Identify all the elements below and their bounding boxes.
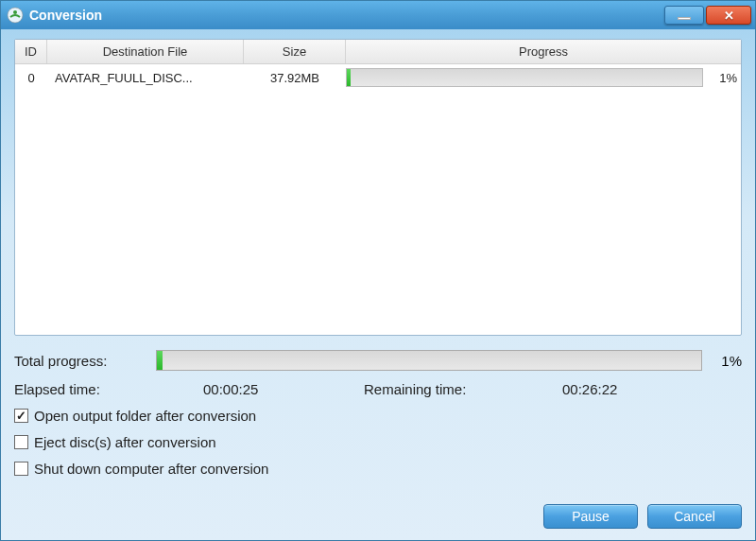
checkbox-shutdown[interactable]: [14, 462, 28, 476]
col-id[interactable]: ID: [15, 40, 47, 63]
time-row: Elapsed time: 00:00:25 Remaining time: 0…: [14, 381, 742, 397]
window-title: Conversion: [29, 8, 664, 23]
close-icon: ✕: [724, 9, 734, 23]
checkbox-eject-disc[interactable]: [14, 435, 28, 449]
total-progress-pct: 1%: [702, 353, 742, 369]
button-row: Pause Cancel: [543, 504, 742, 529]
close-button[interactable]: ✕: [706, 6, 751, 25]
total-progress-bar: [156, 350, 702, 371]
cell-size: 37.92MB: [244, 71, 346, 85]
label-open-folder: Open output folder after conversion: [34, 408, 256, 424]
total-progress-fill: [157, 351, 163, 370]
col-destination[interactable]: Destination File: [47, 40, 244, 63]
window-controls: ✕: [664, 6, 751, 25]
option-eject-disc[interactable]: Eject disc(s) after conversion: [14, 434, 216, 450]
cell-id: 0: [15, 71, 47, 85]
total-progress-section: Total progress: 1%: [14, 347, 742, 374]
row-progress-fill: [347, 69, 351, 86]
cell-progress: 1%: [346, 68, 741, 87]
elapsed-time-value: 00:00:25: [203, 381, 364, 397]
total-progress-label: Total progress:: [14, 353, 156, 369]
col-progress[interactable]: Progress: [346, 40, 741, 63]
option-shutdown[interactable]: Shut down computer after conversion: [14, 461, 268, 477]
cell-destination: AVATAR_FUULL_DISC...: [47, 71, 244, 85]
option-open-folder[interactable]: Open output folder after conversion: [14, 408, 256, 424]
checkbox-open-folder[interactable]: [14, 409, 28, 423]
file-list-panel: ID Destination File Size Progress 0 AVAT…: [14, 39, 742, 336]
table-row[interactable]: 0 AVATAR_FUULL_DISC... 37.92MB 1%: [15, 64, 741, 91]
conversion-window: Conversion ✕ ID Destination File Size Pr…: [0, 0, 756, 541]
table-header: ID Destination File Size Progress: [15, 40, 741, 64]
pause-button[interactable]: Pause: [543, 504, 638, 529]
label-eject-disc: Eject disc(s) after conversion: [34, 434, 216, 450]
col-size[interactable]: Size: [244, 40, 346, 63]
minimize-button[interactable]: [664, 6, 704, 25]
elapsed-time-label: Elapsed time:: [14, 381, 203, 397]
row-progress-pct: 1%: [703, 71, 737, 85]
minimize-icon: [678, 17, 691, 20]
row-progress-bar: [346, 68, 703, 87]
cancel-button[interactable]: Cancel: [647, 504, 742, 529]
svg-point-1: [13, 10, 17, 14]
remaining-time-value: 00:26:22: [562, 381, 617, 397]
label-shutdown: Shut down computer after conversion: [34, 461, 268, 477]
titlebar: Conversion ✕: [1, 1, 755, 29]
remaining-time-label: Remaining time:: [364, 381, 562, 397]
app-icon: [7, 7, 24, 24]
